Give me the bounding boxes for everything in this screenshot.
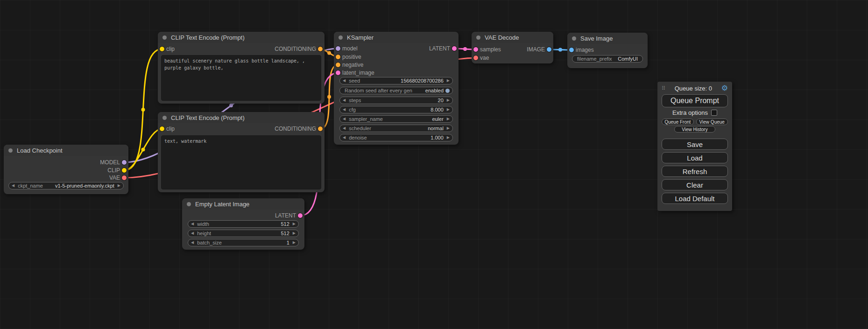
node-header[interactable]: CLIP Text Encode (Prompt)	[158, 32, 325, 43]
output-slot-model: MODEL	[4, 159, 128, 166]
comfy-menu-panel[interactable]: ⠿ Queue size: 0 ⚙ Queue Prompt Extra opt…	[657, 82, 732, 211]
collapse-dot-icon[interactable]	[572, 36, 576, 41]
input-port-images[interactable]	[569, 48, 574, 52]
view-queue-button[interactable]: View Queue	[696, 119, 728, 125]
collapse-dot-icon[interactable]	[187, 202, 191, 206]
widget-cfg[interactable]: ◀ cfg 8.000 ▶	[339, 106, 453, 113]
prompt-textarea[interactable]: beautiful scenery nature glass bottle la…	[161, 55, 321, 101]
increment-arrow-icon[interactable]: ▶	[447, 108, 450, 112]
collapse-dot-icon[interactable]	[162, 116, 167, 120]
collapse-dot-icon[interactable]	[339, 35, 343, 40]
increment-arrow-icon[interactable]: ▶	[447, 136, 450, 140]
node-header[interactable]: VAE Decode	[472, 32, 553, 43]
decrement-arrow-icon[interactable]: ◀	[343, 108, 346, 112]
decrement-arrow-icon[interactable]: ◀	[191, 222, 194, 226]
increment-arrow-icon[interactable]: ▶	[447, 126, 450, 130]
output-port-conditioning[interactable]	[318, 47, 323, 51]
node-header[interactable]: Empty Latent Image	[182, 198, 304, 210]
widget-ckpt-name[interactable]: ◀ ckpt_name v1-5-pruned-emaonly.ckpt ▶	[8, 182, 124, 189]
collapse-dot-icon[interactable]	[162, 35, 167, 40]
collapse-dot-icon[interactable]	[476, 35, 480, 40]
input-port-positive[interactable]	[336, 55, 340, 59]
widget-scheduler[interactable]: ◀ scheduler normal ▶	[339, 125, 453, 132]
decrement-arrow-icon[interactable]: ◀	[343, 117, 346, 121]
node-empty-latent-image[interactable]: Empty Latent Image LATENT ◀ width 512 ▶ …	[182, 198, 304, 250]
clear-button[interactable]: Clear	[662, 179, 728, 190]
save-button[interactable]: Save	[662, 139, 728, 150]
menu-header: ⠿ Queue size: 0 ⚙	[662, 84, 728, 92]
widget-height[interactable]: ◀ height 512 ▶	[188, 230, 299, 237]
output-port-latent[interactable]	[452, 46, 457, 51]
decrement-arrow-icon[interactable]: ◀	[343, 79, 346, 83]
node-header[interactable]: CLIP Text Encode (Prompt)	[158, 112, 325, 123]
node-vae-decode[interactable]: VAE Decode samples IMAGE vae	[472, 32, 553, 63]
view-history-button[interactable]: View History	[674, 126, 715, 133]
wire-midpoint-dot	[558, 48, 562, 52]
node-clip-text-encode-negative[interactable]: CLIP Text Encode (Prompt) clip CONDITION…	[158, 112, 325, 192]
increment-arrow-icon[interactable]: ▶	[118, 184, 120, 188]
wire-midpoint-dot	[141, 108, 145, 112]
output-port-model[interactable]	[122, 160, 127, 165]
output-port-latent[interactable]	[298, 213, 303, 218]
decrement-arrow-icon[interactable]: ◀	[191, 231, 194, 235]
increment-arrow-icon[interactable]: ▶	[293, 222, 296, 226]
widget-label: seed	[349, 78, 360, 84]
decrement-arrow-icon[interactable]: ◀	[343, 98, 346, 102]
settings-gear-icon[interactable]: ⚙	[721, 84, 728, 92]
widget-denoise[interactable]: ◀ denoise 1.000 ▶	[339, 134, 453, 141]
load-button[interactable]: Load	[662, 152, 728, 163]
node-graph-canvas[interactable]: Load Checkpoint MODEL CLIP VAE ◀ ckpt_na…	[0, 0, 868, 329]
increment-arrow-icon[interactable]: ▶	[293, 241, 296, 245]
output-port-clip[interactable]	[122, 168, 127, 173]
node-clip-text-encode-positive[interactable]: CLIP Text Encode (Prompt) clip CONDITION…	[158, 32, 325, 104]
decrement-arrow-icon[interactable]: ◀	[12, 184, 14, 188]
widget-sampler-name[interactable]: ◀ sampler_name euler ▶	[339, 115, 453, 123]
wire-midpoint-dot	[229, 104, 233, 107]
drag-handle-icon[interactable]: ⠿	[662, 85, 665, 91]
output-port-conditioning[interactable]	[318, 126, 323, 131]
node-ksampler[interactable]: KSampler model LATENT positive negative …	[334, 32, 459, 145]
queue-prompt-button[interactable]: Queue Prompt	[662, 94, 728, 107]
extra-options-row: Extra options	[662, 109, 728, 116]
output-port-image[interactable]	[547, 47, 551, 52]
widget-random-seed-toggle[interactable]: Random seed after every gen enabled	[339, 87, 453, 94]
increment-arrow-icon[interactable]: ▶	[447, 79, 450, 83]
widget-value: v1-5-pruned-emaonly.ckpt	[55, 183, 114, 189]
input-port-vae[interactable]	[473, 56, 478, 60]
decrement-arrow-icon[interactable]: ◀	[343, 126, 346, 130]
node-title: Save Image	[580, 35, 613, 42]
decrement-arrow-icon[interactable]: ◀	[343, 136, 346, 140]
widget-label: denoise	[349, 135, 367, 140]
node-load-checkpoint[interactable]: Load Checkpoint MODEL CLIP VAE ◀ ckpt_na…	[4, 145, 128, 194]
widget-steps[interactable]: ◀ steps 20 ▶	[339, 97, 453, 104]
node-header[interactable]: KSampler	[334, 32, 459, 43]
widget-value: ComfyUI	[618, 56, 638, 62]
queue-size-label: Queue size: 0	[665, 85, 721, 92]
input-slot-latent-image: latent_image	[334, 69, 459, 77]
widget-width[interactable]: ◀ width 512 ▶	[188, 220, 299, 228]
input-port-negative[interactable]	[336, 63, 340, 67]
widget-filename-prefix[interactable]: filename_prefix ComfyUI	[572, 55, 643, 63]
toggle-dot[interactable]	[445, 89, 450, 93]
input-port-latent-image[interactable]	[336, 70, 340, 75]
output-port-vae[interactable]	[122, 175, 127, 180]
extra-options-checkbox[interactable]	[711, 110, 717, 116]
queue-front-button[interactable]: Queue Front	[662, 119, 694, 125]
decrement-arrow-icon[interactable]: ◀	[191, 241, 194, 245]
widget-batch-size[interactable]: ◀ batch_size 1 ▶	[188, 239, 299, 246]
increment-arrow-icon[interactable]: ▶	[447, 98, 450, 102]
increment-arrow-icon[interactable]: ▶	[447, 117, 450, 121]
widget-label: filename_prefix	[577, 56, 612, 62]
collapse-dot-icon[interactable]	[8, 148, 13, 153]
output-slot-latent: LATENT	[182, 212, 304, 219]
increment-arrow-icon[interactable]: ▶	[293, 231, 296, 235]
refresh-button[interactable]: Refresh	[662, 166, 728, 177]
widget-seed[interactable]: ◀ seed 156680208700286 ▶	[339, 77, 453, 84]
prompt-textarea[interactable]: text, watermark	[161, 135, 321, 189]
load-default-button[interactable]: Load Default	[662, 193, 728, 204]
node-header[interactable]: Save Image	[567, 33, 648, 44]
widget-label: cfg	[349, 107, 356, 112]
node-save-image[interactable]: Save Image images filename_prefix ComfyU…	[567, 33, 648, 68]
wire-midpoint-dot	[327, 51, 331, 55]
node-header[interactable]: Load Checkpoint	[4, 145, 128, 156]
